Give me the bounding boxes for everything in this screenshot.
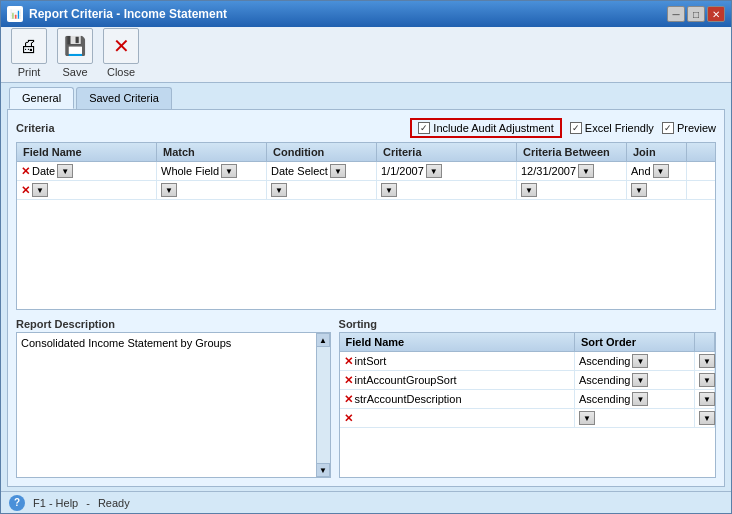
maximize-button[interactable]: □ [687,6,705,22]
col-header-criteria: Criteria [377,143,517,161]
row1-match-value: Whole Field [161,165,219,177]
row2-criteria: ▼ [377,181,517,199]
row1-condition-value: Date Select [271,165,328,177]
window-icon: 📊 [7,6,23,22]
sort-row4-action-dropdown[interactable]: ▼ [699,411,715,425]
tab-general[interactable]: General [9,87,74,109]
row2-join: ▼ [627,181,687,199]
print-icon: 🖨 [11,28,47,64]
row1-criteria-dropdown[interactable]: ▼ [426,164,442,178]
row2-between-dropdown[interactable]: ▼ [521,183,537,197]
sort-row: ✕ strAccountDescription Ascending ▼ ▼ [340,390,715,409]
save-button[interactable]: 💾 Save [55,28,95,78]
row2-match: ▼ [157,181,267,199]
close-button[interactable]: ✕ Close [101,28,141,78]
criteria-label: Criteria [16,122,55,134]
close-window-button[interactable]: ✕ [707,6,725,22]
main-window: 📊 Report Criteria - Income Statement ─ □… [0,0,732,514]
sort-row1-action-dropdown[interactable]: ▼ [699,354,715,368]
sort-row: ✕ ▼ ▼ [340,409,715,428]
print-button[interactable]: 🖨 Print [9,28,49,78]
table-header: Field Name Match Condition Criteria Crit… [17,143,715,162]
sort-row4-delete[interactable]: ✕ [344,412,353,425]
row1-condition: Date Select ▼ [267,162,377,180]
report-desc-value: Consolidated Income Statement by Groups [21,337,231,349]
sort-col-order: Sort Order [575,333,695,351]
sort-row2-order: Ascending ▼ [575,371,695,389]
sort-row1-field: ✕ intSort [340,352,575,370]
tab-saved-criteria[interactable]: Saved Criteria [76,87,172,109]
sort-row3-field: ✕ strAccountDescription [340,390,575,408]
sort-row2-delete[interactable]: ✕ [344,374,353,387]
tabs-row: General Saved Criteria [1,83,731,109]
row2-join-dropdown[interactable]: ▼ [631,183,647,197]
col-header-join: Join [627,143,687,161]
col-header-field: Field Name [17,143,157,161]
sort-row3-order: Ascending ▼ [575,390,695,408]
row1-match-dropdown[interactable]: ▼ [221,164,237,178]
col-header-between: Criteria Between [517,143,627,161]
toolbar: 🖨 Print 💾 Save ✕ Close [1,27,731,83]
sort-row3-order-dropdown[interactable]: ▼ [632,392,648,406]
sort-row1-order-dropdown[interactable]: ▼ [632,354,648,368]
row2-delete-icon[interactable]: ✕ [21,184,30,197]
sort-row1-delete[interactable]: ✕ [344,355,353,368]
sorting-section: Sorting Field Name Sort Order ✕ intSort [339,318,716,478]
help-text: F1 - Help [33,497,78,509]
sort-row3-action-dropdown[interactable]: ▼ [699,392,715,406]
col-header-condition: Condition [267,143,377,161]
sort-row2-order-dropdown[interactable]: ▼ [632,373,648,387]
row2-between: ▼ [517,181,627,199]
sort-row2-field-value: intAccountGroupSort [355,374,457,386]
sort-row4-action: ▼ [695,409,715,427]
row1-field-value: Date [32,165,55,177]
sort-col-action [695,333,715,351]
minimize-button[interactable]: ─ [667,6,685,22]
sort-row2-action-dropdown[interactable]: ▼ [699,373,715,387]
desc-scrollbar: ▲ ▼ [316,333,330,477]
scroll-down-arrow[interactable]: ▼ [316,463,330,477]
audit-adjustment-checkbox[interactable]: ✓ [418,122,430,134]
save-icon: 💾 [57,28,93,64]
excel-friendly-checkbox[interactable]: ✓ [570,122,582,134]
row1-between-dropdown[interactable]: ▼ [578,164,594,178]
audit-adjustment-container: ✓ Include Audit Adjustment [410,118,561,138]
row1-field-dropdown[interactable]: ▼ [57,164,73,178]
row2-field-dropdown[interactable]: ▼ [32,183,48,197]
window-title: Report Criteria - Income Statement [29,7,227,21]
preview-checkbox[interactable]: ✓ [662,122,674,134]
scroll-up-arrow[interactable]: ▲ [316,333,330,347]
title-buttons: ─ □ ✕ [667,6,725,22]
sort-row4-order-dropdown[interactable]: ▼ [579,411,595,425]
sort-row: ✕ intSort Ascending ▼ ▼ [340,352,715,371]
title-bar-left: 📊 Report Criteria - Income Statement [7,6,227,22]
row1-condition-dropdown[interactable]: ▼ [330,164,346,178]
sorting-table: Field Name Sort Order ✕ intSort Ascendin… [339,332,716,478]
row1-criteria-value: 1/1/2007 [381,165,424,177]
row2-criteria-dropdown[interactable]: ▼ [381,183,397,197]
bottom-section: Report Description Consolidated Income S… [16,318,716,478]
sort-row: ✕ intAccountGroupSort Ascending ▼ ▼ [340,371,715,390]
row2-condition-dropdown[interactable]: ▼ [271,183,287,197]
row1-join-value: And [631,165,651,177]
sort-col-field: Field Name [340,333,575,351]
row1-field: ✕ Date ▼ [17,162,157,180]
status-text: Ready [98,497,130,509]
help-icon[interactable]: ? [9,495,25,511]
row1-join-dropdown[interactable]: ▼ [653,164,669,178]
main-content: Criteria ✓ Include Audit Adjustment ✓ Ex… [7,109,725,487]
sort-row3-order-value: Ascending [579,393,630,405]
row1-join: And ▼ [627,162,687,180]
sort-header: Field Name Sort Order [340,333,715,352]
criteria-table: Field Name Match Condition Criteria Crit… [16,142,716,310]
row2-match-dropdown[interactable]: ▼ [161,183,177,197]
sort-row4-field: ✕ [340,409,575,427]
preview-option: ✓ Preview [662,122,716,134]
separator: - [86,497,90,509]
sort-row2-action: ▼ [695,371,715,389]
sort-row2-field: ✕ intAccountGroupSort [340,371,575,389]
sort-row1-order-value: Ascending [579,355,630,367]
sort-row3-delete[interactable]: ✕ [344,393,353,406]
preview-label: Preview [677,122,716,134]
row1-delete-icon[interactable]: ✕ [21,165,30,178]
